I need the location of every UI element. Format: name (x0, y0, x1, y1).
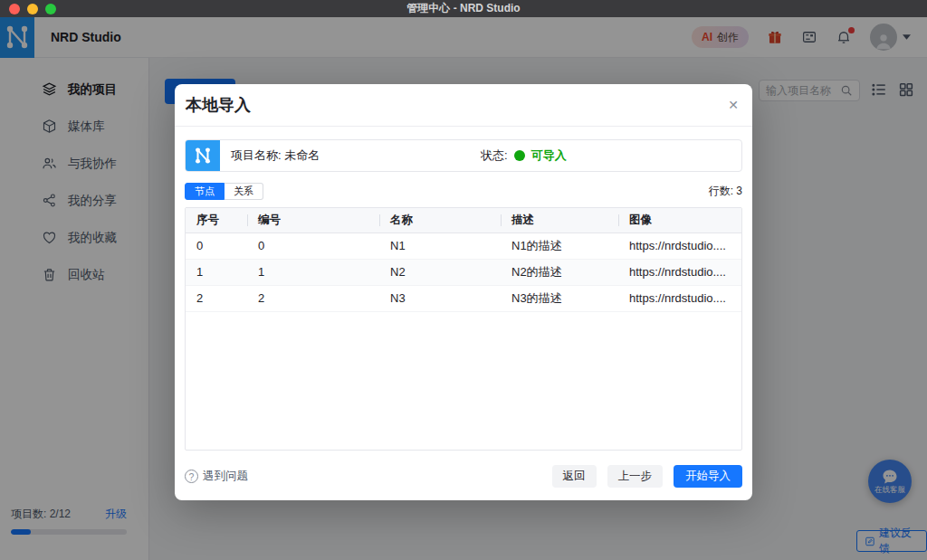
row-count: 行数: 3 (709, 184, 742, 199)
table-header-row: 序号 编号 名称 描述 图像 (186, 208, 741, 233)
app-window: 管理中心 - NRD Studio NRD Studio AI 创作 (0, 0, 927, 560)
close-icon[interactable]: ✕ (728, 99, 739, 111)
cell-id: 0 (247, 233, 379, 259)
cell-image-url: https://nrdstudio.... (618, 285, 741, 311)
cell-description: N2的描述 (501, 259, 618, 285)
column-header: 描述 (501, 208, 618, 233)
cell-name: N3 (379, 285, 501, 311)
table-row[interactable]: 1 1 N2 N2的描述 https://nrdstudio.... (186, 259, 741, 285)
import-preview-table: 序号 编号 名称 描述 图像 0 0 N1 (185, 207, 742, 451)
column-header: 编号 (247, 208, 379, 233)
table-row[interactable]: 2 2 N3 N3的描述 https://nrdstudio.... (186, 285, 741, 311)
column-header: 序号 (186, 208, 247, 233)
window-title: 管理中心 - NRD Studio (0, 1, 927, 16)
local-import-modal: 本地导入 ✕ 项目名称: 未命名 状态: 可导入 (175, 84, 752, 500)
table-row[interactable]: 0 0 N1 N1的描述 https://nrdstudio.... (186, 233, 741, 259)
cell-index: 2 (186, 285, 247, 311)
previous-step-button[interactable]: 上一步 (607, 465, 664, 488)
cell-image-url: https://nrdstudio.... (618, 233, 741, 259)
status-badge: 可导入 (531, 147, 567, 164)
column-header: 图像 (618, 208, 741, 233)
status-label: 状态: (481, 147, 508, 164)
project-info-bar: 项目名称: 未命名 状态: 可导入 (185, 139, 742, 172)
project-logo (186, 139, 220, 172)
help-icon: ? (185, 470, 198, 483)
data-type-tabs: 节点 关系 (185, 183, 263, 200)
tab-nodes[interactable]: 节点 (185, 183, 225, 200)
modal-title: 本地导入 (186, 94, 251, 116)
column-header: 名称 (379, 208, 501, 233)
cell-name: N1 (379, 233, 501, 259)
cell-description: N3的描述 (501, 285, 618, 311)
status-dot (514, 150, 525, 161)
cell-id: 2 (247, 285, 379, 311)
cell-index: 0 (186, 233, 247, 259)
cell-id: 1 (247, 259, 379, 285)
help-label: 遇到问题 (203, 469, 248, 484)
back-button[interactable]: 返回 (552, 465, 597, 488)
start-import-button[interactable]: 开始导入 (674, 465, 742, 488)
cell-image-url: https://nrdstudio.... (618, 259, 741, 285)
cell-name: N2 (379, 259, 501, 285)
project-name: 项目名称: 未命名 (231, 147, 320, 164)
cell-index: 1 (186, 259, 247, 285)
titlebar: 管理中心 - NRD Studio (0, 0, 927, 17)
tab-relations[interactable]: 关系 (225, 183, 263, 200)
nrd-logo-icon (191, 144, 215, 167)
cell-description: N1的描述 (501, 233, 618, 259)
help-link[interactable]: ? 遇到问题 (185, 469, 248, 484)
